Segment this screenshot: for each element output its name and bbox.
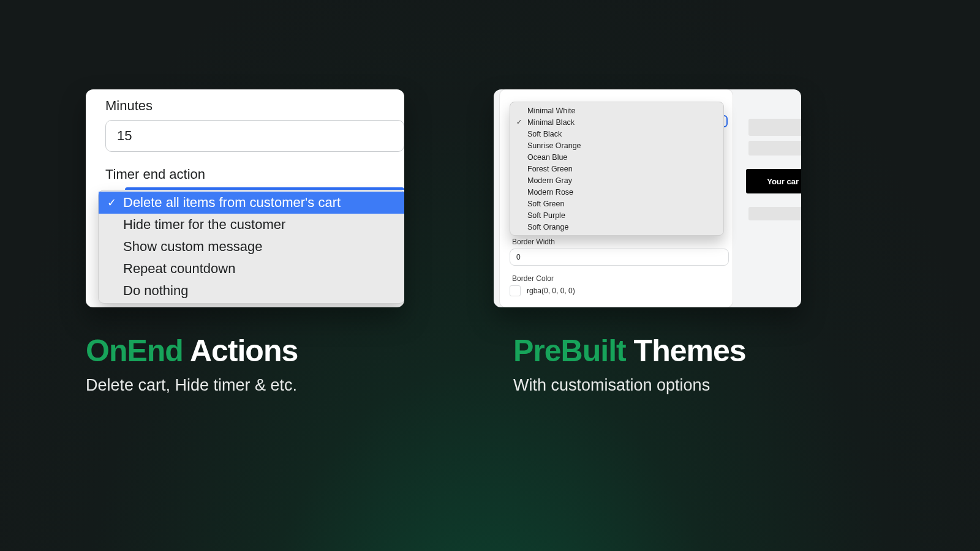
dropdown-option[interactable]: Soft Black bbox=[510, 128, 723, 140]
onend-subtitle: Delete cart, Hide timer & etc. bbox=[86, 376, 297, 395]
dropdown-option[interactable]: ✓Minimal Black bbox=[510, 116, 723, 128]
dropdown-option-label: Sunrise Orange bbox=[527, 141, 581, 150]
dropdown-option[interactable]: Modern Gray bbox=[510, 174, 723, 186]
dropdown-option-label: Soft Green bbox=[527, 200, 564, 208]
dropdown-option[interactable]: Show custom message bbox=[99, 236, 404, 258]
preview-banner: Your car bbox=[746, 169, 801, 193]
preview-placeholder bbox=[748, 207, 801, 220]
border-width-label: Border Width bbox=[512, 238, 555, 246]
dropdown-option[interactable]: Soft Purple bbox=[510, 209, 723, 221]
dropdown-option[interactable]: Soft Green bbox=[510, 198, 723, 209]
onend-headline: OnEnd Actions bbox=[86, 333, 298, 369]
border-color-value: rgba(0, 0, 0, 0) bbox=[527, 287, 575, 295]
color-swatch[interactable] bbox=[510, 285, 521, 296]
prebuilt-subtitle: With customisation options bbox=[513, 376, 710, 395]
theme-settings-card: Minimal White ✓Minimal Black Soft Black … bbox=[500, 89, 733, 307]
dropdown-option-label: Show custom message bbox=[123, 239, 262, 255]
border-width-input[interactable]: 0 bbox=[510, 249, 729, 266]
dropdown-option[interactable]: Modern Rose bbox=[510, 186, 723, 198]
dropdown-option-label: Delete all items from customer's cart bbox=[123, 195, 341, 211]
dropdown-option-label: Minimal Black bbox=[527, 118, 575, 127]
dropdown-option[interactable]: Ocean Blue bbox=[510, 151, 723, 163]
timer-end-action-label: Timer end action bbox=[86, 152, 404, 187]
dropdown-option[interactable]: Repeat countdown bbox=[99, 258, 404, 280]
preview-placeholder bbox=[748, 119, 801, 136]
dropdown-option-label: Modern Gray bbox=[527, 176, 572, 185]
prebuilt-themes-panel: Minimal White ✓Minimal Black Soft Black … bbox=[494, 89, 801, 307]
preview-placeholder bbox=[748, 141, 801, 156]
timer-end-action-select[interactable]: ✓ Delete all items from customer's cart … bbox=[105, 187, 404, 190]
dropdown-option-label: Soft Orange bbox=[527, 223, 568, 231]
dropdown-option-label: Repeat countdown bbox=[123, 261, 235, 277]
dropdown-option-label: Hide timer for the customer bbox=[123, 217, 285, 233]
minutes-label: Minutes bbox=[86, 96, 404, 120]
check-icon: ✓ bbox=[107, 196, 116, 209]
dropdown-option[interactable]: ✓ Delete all items from customer's cart bbox=[99, 192, 404, 214]
dropdown-option-label: Do nothing bbox=[123, 283, 188, 299]
theme-select-dropdown[interactable]: Minimal White ✓Minimal Black Soft Black … bbox=[510, 102, 724, 236]
preview-banner-text: Your car bbox=[767, 177, 799, 186]
headline-highlight: OnEnd bbox=[86, 334, 183, 368]
dropdown-option[interactable]: Soft Orange bbox=[510, 221, 723, 233]
dropdown-option-label: Forest Green bbox=[527, 165, 573, 173]
minutes-input[interactable]: 15 bbox=[105, 120, 404, 152]
check-icon: ✓ bbox=[516, 118, 522, 126]
dropdown-option[interactable]: Hide timer for the customer bbox=[99, 214, 404, 236]
dropdown-option-label: Modern Rose bbox=[527, 188, 573, 197]
timer-end-action-dropdown: ✓ Delete all items from customer's cart … bbox=[98, 190, 404, 304]
dropdown-option[interactable]: Forest Green bbox=[510, 163, 723, 174]
border-color-field[interactable]: rgba(0, 0, 0, 0) bbox=[510, 285, 575, 296]
dropdown-option[interactable]: Do nothing bbox=[99, 280, 404, 302]
headline-highlight: PreBuilt bbox=[513, 334, 626, 368]
prebuilt-headline: PreBuilt Themes bbox=[513, 333, 746, 369]
headline-rest: Actions bbox=[183, 334, 298, 368]
dropdown-option[interactable]: Sunrise Orange bbox=[510, 140, 723, 151]
dropdown-option[interactable]: Minimal White bbox=[510, 105, 723, 116]
dropdown-option-label: Ocean Blue bbox=[527, 153, 567, 162]
dropdown-option-label: Soft Black bbox=[527, 130, 562, 138]
dropdown-option-label: Minimal White bbox=[527, 107, 576, 115]
dropdown-option-label: Soft Purple bbox=[527, 211, 565, 220]
onend-actions-panel: Minutes 15 Timer end action ✓ Delete all… bbox=[86, 89, 404, 307]
headline-rest: Themes bbox=[626, 334, 746, 368]
border-color-label: Border Color bbox=[512, 274, 554, 283]
